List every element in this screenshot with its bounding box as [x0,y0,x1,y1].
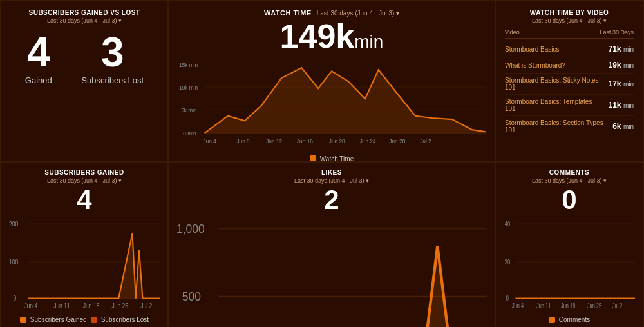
svg-text:5k min: 5k min [181,107,197,114]
svg-text:Jun 18: Jun 18 [561,302,575,310]
svg-text:Jun 8: Jun 8 [236,139,250,145]
svg-text:500: 500 [182,290,201,303]
col-days: Last 30 Days [600,29,634,35]
sub-gained-subtitle[interactable]: Last 30 days (Jun 4 - Jul 3) [47,177,122,184]
svg-text:Jun 4: Jun 4 [512,302,524,310]
video-value: 17k min [609,79,634,88]
video-table-row: Stormboard Basics: Sticky Notes 101 17k … [505,74,634,95]
svg-text:Jun 4: Jun 4 [203,139,216,145]
comments-legend: Comments [549,316,590,323]
svg-text:0: 0 [506,295,509,302]
svg-text:15k min: 15k min [179,62,198,68]
svg-text:100: 100 [9,259,18,266]
sub-gained-lost-title: SUBSCRIBERS GAINED VS LOST [28,9,140,16]
svg-text:10k min: 10k min [179,84,198,91]
svg-text:20: 20 [505,259,510,266]
col-video: Video [505,29,520,35]
video-name: Stormboard Basics: Section Types 101 [505,119,607,134]
svg-text:Jul 2: Jul 2 [140,302,152,310]
svg-text:Jun 25: Jun 25 [587,302,601,310]
video-name: Stormboard Basics: Templates 101 [505,98,603,112]
watch-time-legend: Watch Time [310,155,354,162]
lost-label: Subscribers Lost [81,75,144,85]
sub-lost-legend-label: Subscribers Lost [101,316,149,323]
sub-gained-chart: 200 100 0 Jun 4 Jun 11 Jun 18 Jun 25 Jul… [9,217,160,315]
svg-text:0 min: 0 min [183,130,196,137]
svg-text:200: 200 [9,221,18,228]
svg-text:40: 40 [505,221,510,228]
svg-text:Jun 24: Jun 24 [360,139,376,145]
svg-text:Jun 25: Jun 25 [112,302,129,310]
lost-item: 3 Subscribers Lost [81,32,144,85]
watch-time-legend-label: Watch Time [320,155,354,162]
sub-gained-value: 4 [77,185,91,215]
video-name: What is Stormboard? [505,62,603,69]
comments-title: COMMENTS [549,169,589,176]
subscribers-gained-lost-panel: SUBSCRIBERS GAINED VS LOST Last 30 days … [1,1,168,162]
sub-gained-title: SUBSCRIBERS GAINED [44,169,124,176]
subscribers-gained-panel: SUBSCRIBERS GAINED Last 30 days (Jun 4 -… [1,162,168,327]
likes-subtitle[interactable]: Last 30 days (Jun 4 - Jul 3) [294,177,369,184]
svg-text:0: 0 [13,295,16,302]
svg-text:Jun 28: Jun 28 [389,139,405,145]
video-table-row: Stormboard Basics: Templates 101 11k min [505,95,634,116]
watch-time-legend-checkbox[interactable] [310,155,316,162]
watch-by-video-title: WATCH TIME BY VIDEO [505,9,634,16]
svg-text:Jun 4: Jun 4 [24,302,37,310]
gained-value: 4 [25,32,52,73]
sub-gained-lost-subtitle[interactable]: Last 30 days (Jun 4 - Jul 3) [47,17,122,24]
svg-text:Jun 11: Jun 11 [53,302,70,310]
comments-subtitle[interactable]: Last 30 days (Jun 4 - Jul 3) [532,177,607,184]
video-name: Stormboard Basics [505,46,603,53]
watch-time-panel: WATCH TIME Last 30 days (Jun 4 - Jul 3) … [168,1,495,162]
svg-text:Jun 12: Jun 12 [266,139,282,145]
gained-item: 4 Gained [25,32,52,85]
likes-title: LIKES [321,169,342,176]
video-table: Video Last 30 Days Stormboard Basics 71k… [505,29,634,137]
gained-label: Gained [25,75,52,85]
lost-value: 3 [81,32,144,73]
comments-legend-label: Comments [559,316,590,323]
svg-text:Jun 18: Jun 18 [83,302,100,310]
likes-chart: 1,000 500 0 Jun 4 Jun 11 Jun 18 Jun 25 J… [176,217,487,327]
sub-gained-legend: Subscribers Gained Subscribers Lost [20,316,149,323]
comments-value: 0 [562,185,576,215]
svg-text:Jul 2: Jul 2 [420,139,431,145]
watch-by-video-panel: WATCH TIME BY VIDEO Last 30 days (Jun 4 … [495,1,643,162]
watch-time-chart: 15k min 10k min 5k min 0 min Jun 4 Jun 8… [178,57,486,154]
svg-text:Jun 16: Jun 16 [297,139,313,145]
svg-text:Jul 2: Jul 2 [612,302,623,310]
svg-text:Jun 20: Jun 20 [329,139,345,145]
video-value: 19k min [609,61,634,70]
comments-chart: 40 20 0 Jun 4 Jun 11 Jun 18 Jun 25 Jul 2 [504,217,635,315]
comments-panel: COMMENTS Last 30 days (Jun 4 - Jul 3) 0 … [495,162,643,327]
video-table-row: Stormboard Basics 71k min [505,41,634,57]
svg-text:Jun 11: Jun 11 [536,302,551,310]
svg-text:1,000: 1,000 [176,223,205,236]
video-table-row: What is Stormboard? 19k min [505,57,634,74]
likes-panel: LIKES Last 30 days (Jun 4 - Jul 3) 2 1,0… [168,162,495,327]
watch-time-value: 149kmin [280,18,384,55]
sub-gained-legend-label: Subscribers Gained [30,316,87,323]
video-name: Stormboard Basics: Sticky Notes 101 [505,77,603,91]
likes-value: 2 [324,185,339,215]
video-table-row: Stormboard Basics: Section Types 101 6k … [505,116,634,137]
video-value: 6k min [612,122,634,131]
video-value: 11k min [609,101,634,110]
video-value: 71k min [609,45,634,54]
watch-time-subtitle[interactable]: Last 30 days (Jun 4 - Jul 3) [317,10,399,17]
watch-time-title: WATCH TIME [264,9,312,17]
watch-by-video-subtitle[interactable]: Last 30 days (Jun 4 - Jul 3) [505,17,634,24]
